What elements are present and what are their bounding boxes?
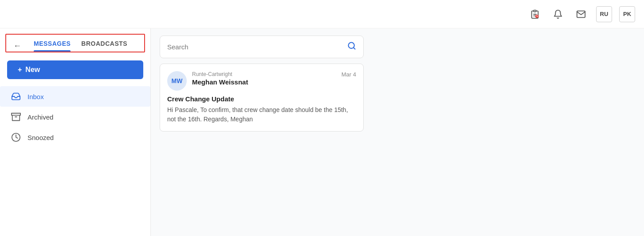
- message-date: Mar 4: [342, 71, 356, 78]
- archive-icon: [11, 112, 21, 122]
- tab-messages[interactable]: MESSAGES: [34, 40, 71, 52]
- clock-icon: [11, 132, 21, 142]
- clipboard-icon[interactable]: [527, 6, 543, 22]
- svg-rect-2: [12, 113, 20, 116]
- message-card[interactable]: MW Runte-Cartwright Meghan Weissnat Mar …: [160, 64, 364, 132]
- message-avatar: MW: [167, 71, 187, 91]
- svg-line-6: [353, 48, 355, 49]
- new-button-label: New: [25, 66, 40, 74]
- sidebar-item-inbox[interactable]: Inbox: [0, 86, 150, 107]
- tab-broadcasts[interactable]: BROADCASTS: [81, 40, 127, 52]
- content-panel: MW Runte-Cartwright Meghan Weissnat Mar …: [151, 28, 644, 236]
- message-subject: Crew Change Update: [167, 95, 356, 103]
- message-card-header: MW Runte-Cartwright Meghan Weissnat Mar …: [167, 71, 356, 91]
- search-icon[interactable]: [347, 41, 356, 52]
- message-sender: Meghan Weissnat: [192, 78, 336, 86]
- avatar-pk[interactable]: PK: [619, 6, 635, 22]
- inbox-icon: [11, 92, 21, 101]
- sidebar-item-archived[interactable]: Archived: [0, 107, 150, 127]
- sidebar: ← MESSAGES BROADCASTS + New Inbox: [0, 28, 151, 236]
- header: RU PK: [0, 0, 644, 28]
- new-button[interactable]: + New: [7, 60, 143, 79]
- avatar-ru[interactable]: RU: [596, 6, 612, 22]
- sidebar-item-snoozed[interactable]: Snoozed: [0, 127, 150, 148]
- archived-label: Archived: [27, 113, 53, 121]
- search-input[interactable]: [167, 43, 347, 51]
- snoozed-label: Snoozed: [27, 134, 54, 141]
- message-meta: Runte-Cartwright Meghan Weissnat: [192, 71, 336, 86]
- message-preview: Hi Pascale, To confirm, that crew change…: [167, 105, 356, 124]
- main-layout: ← MESSAGES BROADCASTS + New Inbox: [0, 28, 644, 236]
- back-button[interactable]: ←: [13, 41, 21, 51]
- search-box: [160, 36, 364, 58]
- message-company: Runte-Cartwright: [192, 71, 336, 77]
- plus-icon: +: [18, 66, 22, 74]
- mail-icon[interactable]: [573, 6, 589, 22]
- nav-items: Inbox Archived: [0, 84, 150, 149]
- tabs-header: ← MESSAGES BROADCASTS: [13, 40, 137, 52]
- bell-icon[interactable]: [550, 6, 566, 22]
- svg-rect-0: [534, 10, 536, 12]
- tabs-container: ← MESSAGES BROADCASTS: [5, 34, 145, 52]
- inbox-label: Inbox: [27, 93, 44, 100]
